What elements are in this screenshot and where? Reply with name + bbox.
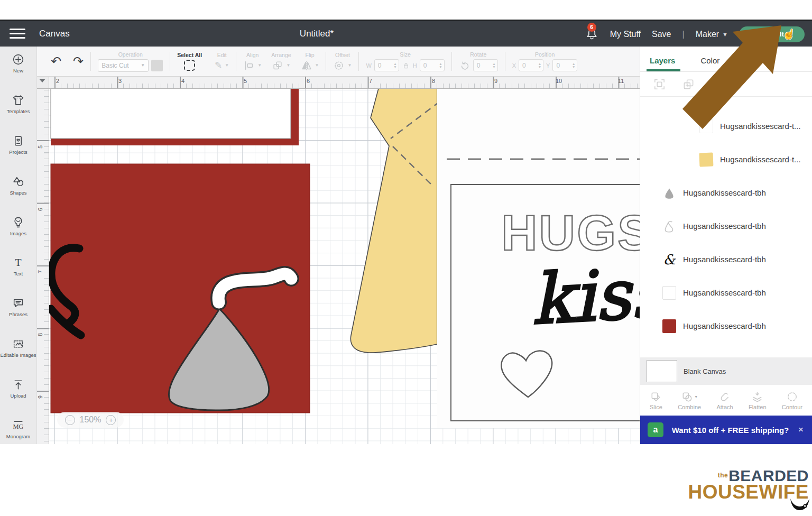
- notifications-button[interactable]: 6: [585, 27, 599, 42]
- zoom-in-button[interactable]: +: [106, 415, 116, 425]
- make-it-button[interactable]: Make It ☝: [739, 26, 805, 42]
- white-card-sheet[interactable]: HUGS kisses: [437, 89, 640, 428]
- align-group[interactable]: Align ▼: [243, 52, 262, 71]
- layer-row[interactable]: Hugsandkissescard-tbh: [640, 176, 812, 209]
- layer-list: Hugsandkissescard-t... Hugsandkissescard…: [640, 97, 812, 343]
- rotate-input[interactable]: 0 ▲▼: [473, 59, 498, 71]
- contour-button[interactable]: Contour: [782, 391, 802, 410]
- lock-icon[interactable]: [402, 61, 410, 70]
- vertical-ruler: 5 6 7 8 9: [37, 89, 49, 444]
- width-stepper[interactable]: ▲▼: [393, 62, 396, 68]
- sidebar-item-editable-images[interactable]: Editable Images: [0, 337, 36, 358]
- tab-layers[interactable]: Layers: [650, 56, 675, 71]
- svg-text:T: T: [15, 256, 21, 268]
- sidebar-item-projects[interactable]: Projects: [9, 134, 27, 155]
- left-sidebar: New Templates Projects Shapes Images T T…: [0, 47, 37, 444]
- layer-row[interactable]: Hugsandkissescard-tbh: [640, 276, 812, 309]
- width-input[interactable]: 0 ▲▼: [374, 59, 399, 71]
- document-title[interactable]: Untitled*: [300, 29, 334, 39]
- logo-the: the: [718, 472, 728, 479]
- layer-actions: Slice ▼ Combine Attach Flatten Contour: [640, 385, 812, 416]
- notebook-icon: [12, 134, 25, 148]
- my-stuff-link[interactable]: My Stuff: [610, 30, 641, 39]
- blank-canvas-thumb: [647, 360, 677, 382]
- chevron-down-icon: ▼: [694, 395, 698, 399]
- red-card-back[interactable]: [51, 89, 299, 145]
- duplicate-icon[interactable]: [682, 78, 695, 91]
- make-it-label: Make It: [760, 30, 784, 38]
- flip-icon: [301, 60, 312, 71]
- layer-thumb-white-shape: [699, 119, 713, 133]
- tshirt-icon: [12, 94, 25, 107]
- sidebar-item-templates[interactable]: Templates: [7, 94, 30, 115]
- close-icon[interactable]: ×: [797, 425, 805, 435]
- kisses-text[interactable]: kisses: [529, 248, 640, 340]
- shapes-icon: [12, 175, 25, 188]
- design-canvas[interactable]: HUGS kisses 2 3 4 5 6 7 8 9 10 11 5 6 7 …: [37, 77, 640, 444]
- chevron-down-icon: ▼: [141, 63, 145, 68]
- hugs-text[interactable]: HUGS: [501, 205, 640, 261]
- slice-icon: [650, 391, 662, 403]
- rotate-group: Rotate 0 ▲▼: [459, 51, 498, 71]
- slice-button[interactable]: Slice: [650, 391, 662, 410]
- machine-selector[interactable]: Maker ▼: [696, 30, 728, 39]
- align-icon: [243, 60, 255, 71]
- position-x-stepper[interactable]: ▲▼: [538, 62, 541, 68]
- layer-row[interactable]: & Hugsandkissescard-tbh: [640, 243, 812, 276]
- hamburger-menu-icon[interactable]: [10, 29, 25, 39]
- beard-icon: [789, 497, 811, 513]
- sidebar-item-upload[interactable]: Upload: [10, 378, 26, 399]
- layer-row[interactable]: Hugsandkissescard-tbh: [640, 209, 812, 243]
- flatten-button[interactable]: Flatten: [749, 391, 767, 410]
- select-all-icon: [184, 60, 195, 71]
- letter-t-icon: T: [12, 256, 25, 269]
- zoom-out-button[interactable]: −: [65, 415, 75, 425]
- size-group: Size W 0 ▲▼ H 0 ▲▼: [366, 51, 444, 71]
- monogram-icon: MG: [12, 419, 25, 432]
- watermark-logo: theBEARDED HOUSEWIFE: [688, 468, 809, 500]
- panel-tabs: Layers Color: [640, 47, 812, 72]
- envelope-shape[interactable]: [350, 89, 440, 353]
- select-all-group[interactable]: Select All: [177, 52, 202, 71]
- combine-icon: [681, 391, 693, 403]
- save-link[interactable]: Save: [652, 30, 671, 39]
- promo-banner[interactable]: a Want $10 off + FREE shipping? ×: [640, 416, 812, 444]
- promo-text: Want $10 off + FREE shipping?: [670, 426, 791, 435]
- undo-button[interactable]: ↶: [51, 56, 61, 67]
- arrange-group[interactable]: Arrange ▼: [271, 52, 291, 71]
- layer-thumb-white-square: [662, 286, 676, 300]
- edit-group[interactable]: Edit ✎▼: [215, 52, 229, 71]
- editable-frame-icon: [12, 337, 25, 351]
- promo-chat-icon: a: [648, 422, 663, 437]
- layer-row[interactable]: Hugsandkissescard-t...: [640, 109, 812, 143]
- tab-color[interactable]: Color: [700, 56, 719, 71]
- rotate-stepper[interactable]: ▲▼: [492, 62, 495, 68]
- sidebar-item-monogram[interactable]: MG Monogram: [6, 419, 30, 440]
- sidebar-item-phrases[interactable]: Phrases: [9, 297, 27, 318]
- group-select-icon[interactable]: [653, 78, 666, 91]
- blank-canvas-row[interactable]: Blank Canvas: [640, 357, 812, 385]
- operation-select[interactable]: Basic Cut ▼: [98, 59, 149, 72]
- canvas-artwork: HUGS kisses: [49, 89, 640, 444]
- height-input[interactable]: 0 ▲▼: [420, 59, 445, 71]
- zoom-control: − 150% +: [57, 412, 124, 428]
- sidebar-item-shapes[interactable]: Shapes: [10, 175, 26, 196]
- sidebar-item-new[interactable]: New: [12, 53, 25, 74]
- offset-group[interactable]: Offset ▼: [333, 52, 352, 71]
- position-y-input[interactable]: 0 ▲▼: [552, 59, 577, 71]
- position-y-stepper[interactable]: ▲▼: [572, 62, 575, 68]
- canvas-nav-label[interactable]: Canvas: [39, 29, 70, 39]
- sidebar-item-images[interactable]: Images: [10, 216, 26, 237]
- attach-button[interactable]: Attach: [716, 391, 733, 410]
- topbar-divider: |: [682, 30, 685, 39]
- layer-row[interactable]: Hugsandkissescard-tbh: [640, 309, 812, 343]
- height-stepper[interactable]: ▲▼: [439, 62, 442, 68]
- sidebar-item-text[interactable]: T Text: [12, 256, 25, 277]
- position-x-input[interactable]: 0 ▲▼: [519, 59, 543, 71]
- color-swatch[interactable]: [151, 60, 163, 71]
- combine-button[interactable]: ▼ Combine: [678, 391, 701, 410]
- layer-row[interactable]: Hugsandkissescard-t...: [640, 143, 812, 176]
- flip-group[interactable]: Flip ▼: [301, 52, 319, 71]
- layer-thumb-yellow-square: [699, 152, 714, 167]
- redo-button[interactable]: ↷: [73, 56, 84, 67]
